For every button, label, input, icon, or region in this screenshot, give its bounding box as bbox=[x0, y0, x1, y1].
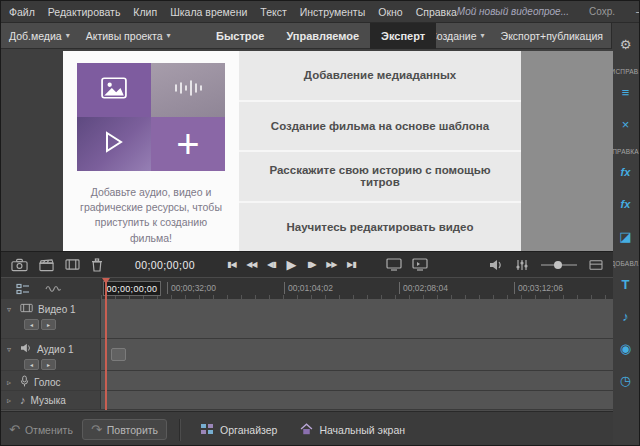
project-assets-label: Активы проекта bbox=[86, 30, 163, 42]
video-track-icon bbox=[20, 303, 33, 315]
microphone-icon bbox=[20, 375, 29, 389]
frame-back-button[interactable]: ◀▮ bbox=[263, 256, 280, 274]
track-audio-1: ▿ Аудио 1 ◂ ▸ bbox=[1, 339, 613, 371]
collapse-icon[interactable]: ▹ bbox=[7, 378, 15, 387]
effects-edit-icon[interactable]: fx bbox=[612, 161, 639, 183]
trash-icon[interactable] bbox=[91, 258, 103, 272]
go-to-start-button[interactable]: ▮◀ bbox=[223, 256, 240, 274]
collapse-icon[interactable]: ▹ bbox=[7, 396, 15, 405]
collapse-icon[interactable]: ▿ bbox=[7, 305, 15, 314]
transitions-icon[interactable]: ◪ bbox=[612, 225, 639, 247]
export-publish-label: Экспорт+публикация bbox=[501, 30, 603, 42]
prev-keyframe-button[interactable]: ◂ bbox=[24, 319, 39, 330]
collapse-icon[interactable]: ▿ bbox=[7, 345, 15, 354]
track-options-icon[interactable] bbox=[16, 283, 30, 295]
collage-audio-cell bbox=[151, 63, 225, 117]
mixer-icon[interactable] bbox=[515, 259, 529, 271]
render-icon[interactable] bbox=[589, 259, 603, 271]
media-collage: + bbox=[77, 63, 225, 171]
titles-icon[interactable]: T bbox=[612, 273, 639, 295]
toolbar-left: Доб.медиа ▾ Активы проекта ▾ bbox=[1, 30, 171, 42]
audio-wave-icon[interactable] bbox=[45, 283, 61, 295]
track-label: Аудио 1 bbox=[37, 344, 74, 355]
tab-guided[interactable]: Управляемое bbox=[275, 23, 370, 49]
undo-button[interactable]: ↶ Отменить bbox=[9, 423, 73, 436]
clapboard-icon[interactable] bbox=[39, 258, 54, 272]
audio-1-lane[interactable] bbox=[101, 339, 613, 370]
next-keyframe-button[interactable]: ▸ bbox=[41, 359, 56, 370]
speaker-icon[interactable] bbox=[489, 259, 503, 271]
option-titles-story: Расскажите свою историю с помощью титров bbox=[239, 152, 521, 201]
save-status[interactable]: Сохр. bbox=[589, 6, 615, 17]
transport-controls: ▮◀ ◀◀ ◀▮ ▶ ▮▶ ▶▶ ▶▮ bbox=[223, 256, 360, 274]
export-publish-button[interactable]: Экспорт+публикация bbox=[501, 30, 603, 42]
menu-edit[interactable]: Редактировать bbox=[48, 6, 121, 18]
minimize-button[interactable]: – bbox=[633, 6, 640, 17]
menu-help[interactable]: Справка bbox=[416, 6, 457, 18]
ruler-label: 00;02;08;04 bbox=[403, 283, 448, 293]
menu-bar: Файл Редактировать Клип Шкала времени Те… bbox=[1, 1, 639, 23]
track-header-audio-1: ▿ Аудио 1 ◂ ▸ bbox=[1, 339, 101, 370]
redo-button[interactable]: ↷ Повторить bbox=[82, 419, 167, 440]
go-to-end-button[interactable]: ▶▮ bbox=[343, 256, 360, 274]
home-screen-button[interactable]: Начальный экран bbox=[293, 420, 412, 440]
add-media-label: Доб.медиа bbox=[9, 30, 62, 42]
chevron-down-icon: ▾ bbox=[167, 31, 171, 40]
music-icon[interactable]: ♪ bbox=[612, 305, 639, 327]
effects-icon[interactable]: fx bbox=[612, 193, 639, 215]
menu-file[interactable]: Файл bbox=[9, 6, 35, 18]
add-media-button[interactable]: Доб.медиа ▾ bbox=[9, 30, 70, 42]
menu-text[interactable]: Текст bbox=[260, 6, 286, 18]
camera-icon[interactable] bbox=[11, 258, 28, 272]
organizer-button[interactable]: Органайзер bbox=[193, 420, 284, 440]
keyframe-nav: ◂ ▸ bbox=[24, 359, 100, 370]
smart-fix-icon[interactable]: × bbox=[612, 113, 639, 135]
app-window: Файл Редактировать Клип Шкала времени Те… bbox=[0, 0, 640, 446]
frame-forward-button[interactable]: ▮▶ bbox=[303, 256, 320, 274]
menu-clip[interactable]: Клип bbox=[133, 6, 157, 18]
playhead[interactable] bbox=[105, 278, 107, 410]
fullscreen-icon[interactable] bbox=[386, 258, 402, 271]
home-icon bbox=[300, 423, 313, 437]
time-icon[interactable]: ◷ bbox=[612, 369, 639, 391]
gear-icon[interactable]: ⚙ bbox=[612, 33, 639, 55]
zoom-slider[interactable] bbox=[541, 264, 577, 266]
monitor-timecode[interactable]: 00;00;00;00 bbox=[135, 259, 195, 271]
menu-window[interactable]: Окно bbox=[378, 6, 402, 18]
collage-photo-cell bbox=[77, 63, 151, 117]
audio-track-icon bbox=[20, 343, 32, 355]
track-label: Голос bbox=[34, 377, 61, 388]
timeline-current-time[interactable]: 00;00;00;00 bbox=[103, 281, 161, 296]
welcome-options: Добавление медиаданных Создание фильма н… bbox=[239, 51, 521, 251]
audio-lane-widget-icon[interactable] bbox=[111, 348, 126, 361]
timeline-ruler[interactable]: 00;00;32;00 00;01;04;02 00;02;08;04 00;0… bbox=[101, 278, 613, 300]
film-icon[interactable] bbox=[65, 258, 80, 271]
play-outline-icon bbox=[104, 130, 124, 158]
action-sidebar: ⚙ ИСПРАВ. ≡ × ПРАВКА fx fx ◪ ДОБАВЛ. T ♪… bbox=[611, 23, 639, 445]
zoom-slider-thumb[interactable] bbox=[554, 261, 562, 269]
track-header-voice: ▹ Голос bbox=[1, 371, 101, 390]
tab-expert[interactable]: Эксперт bbox=[370, 23, 436, 49]
fast-forward-button[interactable]: ▶▶ bbox=[323, 256, 340, 274]
toolbar-right: Создание ▾ Экспорт+публикация bbox=[429, 30, 613, 42]
tab-quick[interactable]: Быстрое bbox=[205, 23, 275, 49]
next-keyframe-button[interactable]: ▸ bbox=[41, 319, 56, 330]
second-monitor-icon[interactable] bbox=[412, 258, 428, 271]
create-button[interactable]: Создание ▾ bbox=[429, 30, 484, 42]
project-assets-button[interactable]: Активы проекта ▾ bbox=[86, 30, 171, 42]
undo-icon: ↶ bbox=[9, 423, 20, 436]
adjust-icon[interactable]: ≡ bbox=[612, 81, 639, 103]
graphics-icon[interactable]: ◉ bbox=[612, 337, 639, 359]
project-title: Мой новый видеопрое... bbox=[457, 6, 569, 17]
monitor-view-tools bbox=[386, 258, 428, 271]
redo-label: Повторить bbox=[107, 424, 158, 436]
prev-keyframe-button[interactable]: ◂ bbox=[24, 359, 39, 370]
menu-timeline[interactable]: Шкала времени bbox=[170, 6, 247, 18]
menu-tools[interactable]: Инструменты bbox=[300, 6, 365, 18]
option-template-movie: Создание фильма на основе шаблона bbox=[239, 102, 521, 151]
voice-lane[interactable] bbox=[101, 371, 613, 390]
video-1-lane[interactable] bbox=[101, 299, 613, 338]
play-button[interactable]: ▶ bbox=[283, 256, 300, 274]
rewind-button[interactable]: ◀◀ bbox=[243, 256, 260, 274]
music-lane[interactable] bbox=[101, 391, 613, 409]
